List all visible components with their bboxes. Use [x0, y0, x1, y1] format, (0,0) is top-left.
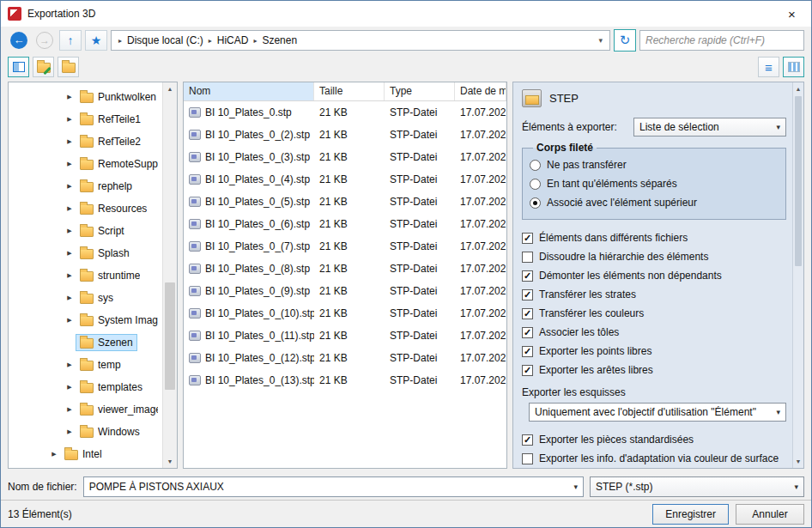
expand-icon[interactable]: ▶ [64, 361, 76, 368]
checkbox-option[interactable]: Dissoudre la hiérarchie des éléments [522, 247, 786, 266]
checkbox-icon[interactable]: ✓ [522, 270, 533, 282]
up-button[interactable]: ↑ [59, 30, 82, 51]
tree-item[interactable]: ▶Windows [9, 421, 162, 443]
save-button[interactable]: Enregistrer [652, 504, 729, 525]
tree-scrollbar[interactable]: ▲ ▼ [162, 82, 177, 468]
tree-item-inner[interactable]: rephelp [76, 178, 136, 195]
refresh-button[interactable]: ↻ [614, 29, 636, 52]
radio-option[interactable]: En tant qu'éléments séparés [530, 174, 779, 193]
checkbox-option[interactable]: ✓Exporter les points libres [522, 342, 786, 361]
tree-item-inner[interactable]: templates [76, 379, 147, 396]
checkbox-icon[interactable]: ✓ [522, 327, 533, 338]
tree-item-inner[interactable]: sys [76, 289, 118, 306]
breadcrumb-item[interactable]: HiCAD [215, 34, 251, 46]
tree-item-inner[interactable]: Resources [76, 200, 151, 217]
scroll-down-icon[interactable]: ▼ [793, 455, 803, 468]
file-row[interactable]: BI 10_Plates_0_(9).stp21 KBSTP-Datei17.0… [184, 280, 506, 302]
file-row[interactable]: BI 10_Plates_0_(7).stp21 KBSTP-Datei17.0… [184, 235, 506, 258]
tree-item-inner[interactable]: struntime [76, 267, 144, 284]
checkbox-icon[interactable] [522, 453, 533, 464]
tree-item-inner[interactable]: Szenen [76, 334, 137, 351]
checkbox-option[interactable]: ✓Transférer les strates [522, 285, 786, 304]
tree-item[interactable]: ▶templates [9, 376, 162, 398]
tree-item-inner[interactable]: Script [76, 222, 129, 240]
column-header[interactable]: Taille [314, 82, 385, 100]
new-folder-button[interactable] [58, 57, 79, 77]
tree-item[interactable]: ▶Splash [9, 242, 162, 264]
options-scrollbar[interactable]: ▲ ▼ [792, 82, 803, 468]
file-row[interactable]: BI 10_Plates_0_(4).stp21 KBSTP-Datei17.0… [184, 168, 506, 191]
checkbox-option[interactable]: ✓Démonter les éléments non dépendants [522, 266, 786, 285]
expand-icon[interactable]: ▶ [48, 451, 60, 458]
column-header[interactable]: Date de mod [455, 82, 506, 100]
checkbox-icon[interactable]: ✓ [522, 434, 533, 446]
tree-item-inner[interactable]: Punktwolken [76, 88, 161, 106]
tree-item-inner[interactable]: Intel [60, 446, 106, 463]
file-row[interactable]: BI 10_Plates_0_(12).stp21 KBSTP-Datei17.… [184, 347, 506, 369]
expand-icon[interactable]: ▶ [64, 406, 76, 413]
checkbox-icon[interactable]: ✓ [522, 346, 533, 357]
tree-item-inner[interactable]: RemoteSupport [76, 155, 162, 173]
tree-item[interactable]: ▶struntime [9, 264, 162, 287]
tree-item-inner[interactable]: RefTeile2 [76, 133, 145, 150]
checkbox-option[interactable]: ✓Éléments dans différents fichiers [522, 228, 786, 247]
scroll-up-icon[interactable]: ▲ [793, 82, 803, 95]
breadcrumb-item[interactable]: Disque local (C:) [125, 34, 205, 46]
expand-icon[interactable]: ▶ [64, 317, 76, 324]
checkbox-option[interactable]: ✓Exporter les pièces standardisées [522, 430, 786, 449]
tree-item[interactable]: ▶RemoteSupport [9, 153, 162, 175]
tree-item[interactable]: ▶Intel [9, 443, 162, 465]
tree-item[interactable]: ▶rephelp [9, 175, 162, 197]
titlebar[interactable]: Exportation 3D × [1, 1, 811, 27]
expand-icon[interactable]: ▶ [64, 205, 76, 212]
checkbox-option[interactable]: ✓Transférer les couleurs [522, 304, 786, 323]
filename-input[interactable] [89, 481, 570, 493]
checkbox-icon[interactable]: ✓ [522, 308, 533, 319]
checkbox-icon[interactable]: ✓ [522, 233, 533, 244]
expand-icon[interactable]: ▶ [64, 250, 76, 257]
tree-item-inner[interactable]: Windows [76, 423, 144, 440]
checkbox-option[interactable]: ✓Exporter les arêtes libres [522, 361, 786, 379]
tree-item-inner[interactable]: RefTeile1 [76, 111, 145, 128]
file-row[interactable]: BI 10_Plates_0_(5).stp21 KBSTP-Datei17.0… [184, 191, 506, 213]
tree-item[interactable]: ▶Script [9, 220, 162, 242]
filename-combo[interactable]: ▾ [83, 476, 584, 497]
radio-icon[interactable] [530, 160, 541, 171]
back-button[interactable]: ← [8, 30, 30, 51]
checkbox-icon[interactable] [522, 252, 533, 263]
radio-icon[interactable] [530, 179, 541, 190]
tree-item[interactable]: Szenen [9, 331, 162, 354]
expand-icon[interactable]: ▶ [64, 294, 76, 301]
file-row[interactable]: BI 10_Plates_0_(3).stp21 KBSTP-Datei17.0… [184, 146, 506, 168]
column-header[interactable]: Nom [184, 82, 314, 100]
breadcrumb-caret-icon[interactable]: ▾ [595, 36, 606, 45]
tree-item[interactable]: ▶temp [9, 354, 162, 376]
file-row[interactable]: BI 10_Plates_0_(10).stp21 KBSTP-Datei17.… [184, 302, 506, 325]
details-view-button[interactable] [783, 57, 804, 77]
file-row[interactable]: BI 10_Plates_0_(11).stp21 KBSTP-Datei17.… [184, 325, 506, 347]
filetype-select[interactable]: STEP (*.stp) ▾ [590, 476, 804, 497]
file-row[interactable]: BI 10_Plates_0_(13).stp21 KBSTP-Datei17.… [184, 369, 506, 391]
column-header[interactable]: Type [385, 82, 455, 100]
cancel-button[interactable]: Annuler [736, 504, 804, 525]
search-input[interactable] [639, 30, 804, 51]
scroll-up-icon[interactable]: ▲ [163, 82, 177, 95]
breadcrumb[interactable]: ▸Disque local (C:)▸HiCAD▸Szenen ▾ [111, 30, 610, 51]
tree-item[interactable]: ▶Punktwolken [9, 86, 162, 108]
tree-scrollbar-thumb[interactable] [165, 282, 175, 390]
expand-icon[interactable]: ▶ [64, 94, 76, 100]
expand-icon[interactable]: ▶ [64, 384, 76, 391]
checkbox-icon[interactable]: ✓ [522, 365, 533, 376]
elements-export-select[interactable]: Liste de sélection ▾ [633, 118, 786, 137]
tree-item[interactable]: ▶Resources [9, 197, 162, 220]
radio-option[interactable]: Associé avec l'élément supérieur [530, 193, 779, 212]
toggle-tree-panel-button[interactable] [8, 57, 29, 77]
sketches-select[interactable]: Uniquement avec l'objectif d'utilisation… [529, 403, 786, 422]
expand-icon[interactable]: ▶ [64, 272, 76, 279]
scroll-down-icon[interactable]: ▼ [163, 455, 177, 468]
tree-item-inner[interactable]: temp [76, 356, 125, 373]
expand-icon[interactable]: ▶ [64, 183, 76, 190]
tree-item-inner[interactable]: Splash [76, 245, 134, 262]
list-view-button[interactable]: ≡ [758, 57, 779, 77]
expand-icon[interactable]: ▶ [64, 116, 76, 123]
